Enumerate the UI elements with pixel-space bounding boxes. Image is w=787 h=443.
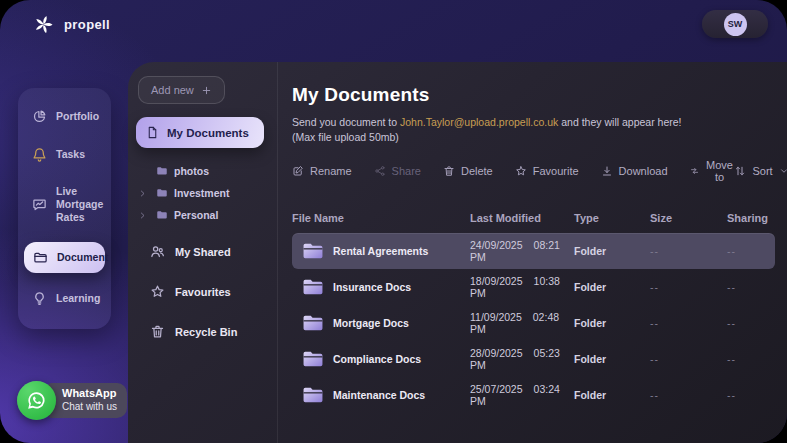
tree-item-investment[interactable]: Investment bbox=[136, 182, 267, 204]
sidebar-item-portfolio[interactable]: Portfolio bbox=[28, 104, 101, 129]
add-new-button[interactable]: Add new bbox=[138, 76, 225, 104]
upload-hint-prefix: Send you document to bbox=[292, 116, 400, 128]
upload-email-link[interactable]: John.Taylor@upload.propell.co.uk bbox=[400, 116, 558, 128]
chevron-right-icon bbox=[138, 211, 147, 220]
table-row-insurance-docs[interactable]: Insurance Docs 18/09/202510:38 PM Folder… bbox=[292, 269, 775, 305]
pie-chart-icon bbox=[32, 109, 47, 124]
section-label: Favourites bbox=[175, 286, 231, 298]
file-sharing: -- bbox=[727, 353, 775, 365]
sort-button[interactable]: Sort bbox=[734, 163, 787, 179]
chat-chart-icon bbox=[32, 197, 47, 212]
tree-item-label: Investment bbox=[174, 187, 229, 199]
file-sharing: -- bbox=[727, 389, 775, 401]
toolbar-share[interactable]: Share bbox=[374, 163, 421, 179]
file-size: -- bbox=[650, 353, 727, 365]
file-size: -- bbox=[650, 281, 727, 293]
toolbar-delete[interactable]: Delete bbox=[443, 163, 493, 179]
content-panel: Add new My Documents photos bbox=[128, 62, 787, 443]
file-name: Compliance Docs bbox=[333, 353, 421, 365]
sidebar-item-label: Portfolio bbox=[56, 110, 99, 123]
column-header-last-modified: Last Modified bbox=[470, 212, 574, 224]
page-title: My Documents bbox=[292, 84, 775, 106]
tree-item-label: photos bbox=[174, 165, 209, 177]
file-table: Rental Agreements 24/09/202508:21 PM Fol… bbox=[292, 233, 775, 413]
folder-small-icon bbox=[156, 209, 168, 221]
folder-small-icon bbox=[156, 165, 168, 177]
plus-icon bbox=[201, 85, 212, 96]
propell-logo-icon bbox=[32, 13, 55, 36]
bell-icon bbox=[32, 147, 47, 162]
chevron-down-icon bbox=[779, 166, 787, 176]
brand: propell bbox=[32, 13, 110, 36]
section-label: Recycle Bin bbox=[175, 326, 237, 338]
folder-icon bbox=[302, 314, 324, 332]
download-icon bbox=[601, 165, 613, 177]
toolbar-rename[interactable]: Rename bbox=[292, 163, 352, 179]
file-size: -- bbox=[650, 317, 727, 329]
sort-arrows-icon bbox=[734, 165, 746, 177]
lightbulb-icon bbox=[32, 291, 47, 306]
tree-item-my-shared[interactable]: My Shared bbox=[150, 242, 267, 261]
sidebar-item-live-mortgage-rates[interactable]: Live Mortgage Rates bbox=[28, 180, 101, 229]
sidebar-item-label: Tasks bbox=[56, 148, 85, 161]
file-size: -- bbox=[650, 389, 727, 401]
toolbar-download[interactable]: Download bbox=[601, 163, 668, 179]
file-type: Folder bbox=[574, 245, 650, 257]
add-new-label: Add new bbox=[151, 84, 194, 96]
folder-icon bbox=[302, 242, 324, 260]
documents-main: My Documents Send you document to John.T… bbox=[278, 62, 787, 443]
toolbar-label: Rename bbox=[310, 165, 352, 177]
share-icon bbox=[374, 165, 386, 177]
last-modified: 11/09/202502:48 PM bbox=[470, 311, 574, 335]
table-row-compliance-docs[interactable]: Compliance Docs 28/09/202505:23 PM Folde… bbox=[292, 341, 775, 377]
whatsapp-subtitle: Chat with us bbox=[62, 401, 117, 413]
avatar[interactable]: SW bbox=[724, 13, 747, 36]
trash-icon bbox=[150, 324, 165, 339]
file-type: Folder bbox=[574, 317, 650, 329]
toolbar-move-to[interactable]: Move to bbox=[690, 157, 735, 185]
file-type: Folder bbox=[574, 353, 650, 365]
tree-item-my-documents[interactable]: My Documents bbox=[136, 117, 264, 148]
sort-label: Sort bbox=[752, 165, 772, 177]
star-icon bbox=[150, 284, 165, 299]
folder-small-icon bbox=[156, 187, 168, 199]
toolbar-label: Move to bbox=[705, 159, 735, 183]
folder-icon bbox=[302, 350, 324, 368]
chevron-right-icon bbox=[138, 189, 147, 198]
primary-sidebar: Portfolio Tasks Live Mortgage Rates Docu… bbox=[18, 88, 111, 329]
tree-root-label: My Documents bbox=[167, 127, 249, 139]
rename-icon bbox=[292, 165, 304, 177]
star-icon bbox=[515, 165, 527, 177]
toolbar-favourite[interactable]: Favourite bbox=[515, 163, 579, 179]
upload-hint: Send you document to John.Taylor@upload.… bbox=[292, 116, 775, 128]
sidebar-item-learning[interactable]: Learning bbox=[28, 286, 101, 311]
file-name: Rental Agreements bbox=[333, 245, 428, 257]
user-menu-button[interactable]: SW bbox=[702, 10, 768, 38]
table-row-maintenance-docs[interactable]: Maintenance Docs 25/07/202503:24 PM Fold… bbox=[292, 377, 775, 413]
tree-item-recycle-bin[interactable]: Recycle Bin bbox=[150, 322, 267, 341]
whatsapp-icon bbox=[26, 390, 47, 411]
toolbar-label: Share bbox=[392, 165, 421, 177]
sidebar-item-document[interactable]: Document bbox=[24, 242, 105, 273]
brand-name: propell bbox=[64, 17, 110, 32]
tree-item-label: Personal bbox=[174, 209, 218, 221]
whatsapp-chat-button[interactable]: WhatsApp Chat with us bbox=[17, 381, 127, 420]
trash-icon bbox=[443, 165, 455, 177]
sidebar-item-label: Learning bbox=[56, 292, 100, 305]
file-name: Maintenance Docs bbox=[333, 389, 425, 401]
whatsapp-title: WhatsApp bbox=[62, 387, 117, 401]
tree-item-photos[interactable]: photos bbox=[136, 160, 267, 182]
column-header-type: Type bbox=[574, 212, 650, 224]
table-row-rental-agreements[interactable]: Rental Agreements 24/09/202508:21 PM Fol… bbox=[292, 233, 775, 269]
last-modified: 18/09/202510:38 PM bbox=[470, 275, 574, 299]
table-row-mortgage-docs[interactable]: Mortgage Docs 11/09/202502:48 PM Folder … bbox=[292, 305, 775, 341]
file-sharing: -- bbox=[727, 281, 775, 293]
tree-item-favourites[interactable]: Favourites bbox=[150, 282, 267, 301]
file-sharing: -- bbox=[727, 245, 775, 257]
folder-icon bbox=[302, 278, 324, 296]
tree-item-personal[interactable]: Personal bbox=[136, 204, 267, 226]
last-modified: 25/07/202503:24 PM bbox=[470, 383, 574, 407]
sidebar-item-tasks[interactable]: Tasks bbox=[28, 142, 101, 167]
file-name: Insurance Docs bbox=[333, 281, 411, 293]
sidebar-item-label: Document bbox=[57, 251, 108, 264]
